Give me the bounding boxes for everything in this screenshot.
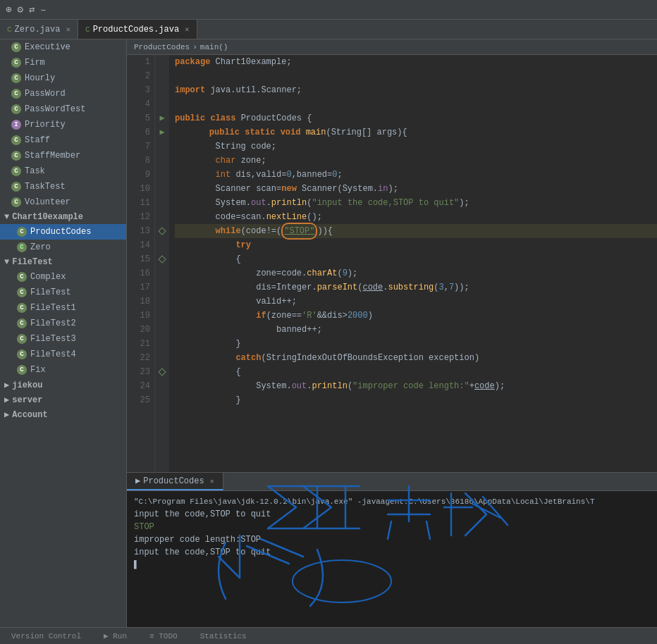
sidebar-item-task[interactable]: C Task	[0, 163, 126, 179]
code-line-21: }	[175, 337, 657, 351]
sidebar-label-filetest3: FileTest3	[30, 334, 76, 344]
folder-icon: ▶	[4, 409, 9, 420]
breadcrumb-class: ProductCodes	[134, 43, 190, 51]
bottom-tab-icon: ▶	[135, 476, 140, 486]
run-button-5[interactable]: ▶	[155, 111, 169, 125]
console-line-3: improper code length:STOP	[134, 533, 650, 546]
sidebar-group-chart10example[interactable]: ▼ Chart10example	[0, 210, 126, 224]
interface-icon: I	[11, 120, 21, 130]
class-icon: C	[11, 182, 21, 192]
console-cursor: ▌	[134, 559, 650, 571]
sidebar-item-fix[interactable]: C Fix	[0, 362, 126, 378]
tab-zero-java[interactable]: C Zero.java ✕	[0, 20, 78, 39]
tab-productcodes-java[interactable]: C ProductCodes.java ✕	[78, 20, 197, 39]
sidebar-label-filetest4: FileTest4	[30, 349, 76, 359]
sidebar-label-passwordtest: PassWordTest	[25, 104, 85, 114]
sidebar-item-passwordtest[interactable]: C PassWordTest	[0, 101, 126, 117]
code-line-5: public class ProductCodes {	[175, 111, 657, 125]
sidebar-item-hourly[interactable]: C Hourly	[0, 70, 126, 86]
diamond-13	[155, 224, 169, 238]
status-tab-statistics[interactable]: Statistics	[195, 628, 252, 644]
code-line-23: {	[175, 365, 657, 379]
code-line-20: banned++;	[175, 323, 657, 337]
java-file-icon: C	[7, 25, 12, 34]
sidebar-item-filetest[interactable]: C FileTest	[0, 285, 126, 300]
class-icon: C	[17, 349, 27, 359]
sidebar-label-password: PassWord	[25, 89, 66, 99]
sidebar-label-priority: Priority	[25, 120, 66, 130]
sidebar-label-volunteer: Volunteer	[25, 197, 70, 207]
sidebar: C Executive C Firm C Hourly C PassWord C…	[0, 39, 127, 627]
console-line-4: input the code,STOP to quit	[134, 546, 650, 559]
sidebar-item-filetest1[interactable]: C FileTest1	[0, 300, 126, 316]
code-editor[interactable]: package Chart10example; import java.util…	[169, 55, 657, 472]
line-numbers: 1 2 3 4 5 6 7 8 9 10 11 12 13 14 15 16 1	[127, 55, 155, 472]
sidebar-item-productcodes[interactable]: C ProductCodes	[0, 224, 126, 240]
code-line-4	[175, 97, 657, 111]
code-line-7: String code;	[175, 140, 657, 154]
code-line-15: {	[175, 252, 657, 266]
status-tab-version-control[interactable]: Version Control	[6, 628, 87, 644]
status-bar: Version Control ▶ Run ≡ TODO Statistics	[0, 627, 657, 644]
sidebar-group-account[interactable]: ▶ Account	[0, 407, 126, 422]
status-tab-todo[interactable]: ≡ TODO	[144, 628, 183, 644]
code-line-16: zone=code.charAt(9);	[175, 266, 657, 280]
sidebar-item-password[interactable]: C PassWord	[0, 86, 126, 101]
code-line-12: code=scan.nextLine();	[175, 210, 657, 224]
sidebar-label-task: Task	[25, 166, 45, 176]
tab-zero-close[interactable]: ✕	[66, 25, 70, 34]
sidebar-label-filetest1: FileTest1	[30, 303, 76, 313]
sidebar-group-server[interactable]: ▶ server	[0, 392, 126, 407]
folder-icon: ▼	[4, 212, 9, 222]
sidebar-item-staff[interactable]: C Staff	[0, 132, 126, 148]
tab-productcodes-close[interactable]: ✕	[185, 25, 190, 34]
editor-content: 1 2 3 4 5 6 7 8 9 10 11 12 13 14 15 16 1	[127, 55, 657, 472]
sidebar-label-fix: Fix	[30, 365, 46, 375]
console-command-line: "C:\Program Files\java\jdk-12.0.2\bin\ja…	[134, 495, 650, 508]
sidebar-item-executive[interactable]: C Executive	[0, 39, 126, 55]
class-icon: C	[17, 227, 27, 237]
class-icon: C	[11, 58, 21, 68]
bottom-tab-close[interactable]: ✕	[210, 477, 214, 485]
code-line-3: import java.util.Scanner;	[175, 83, 657, 97]
sidebar-item-volunteer[interactable]: C Volunteer	[0, 194, 126, 210]
sidebar-item-firm[interactable]: C Firm	[0, 55, 126, 70]
sidebar-item-filetest3[interactable]: C FileTest3	[0, 331, 126, 347]
sidebar-label-tasktest: TaskTest	[25, 182, 66, 192]
class-icon: C	[17, 303, 27, 313]
run-gutter: ▶ ▶	[155, 55, 169, 472]
status-tab-run[interactable]: ▶ Run	[98, 628, 133, 644]
content-area: C Executive C Firm C Hourly C PassWord C…	[0, 39, 657, 627]
sidebar-item-tasktest[interactable]: C TaskTest	[0, 179, 126, 194]
sidebar-group-filetest[interactable]: ▼ FileTest	[0, 255, 126, 269]
code-line-17: dis=Integer.parseInt(code.substring(3,7)…	[175, 280, 657, 295]
breadcrumb: ProductCodes › main()	[127, 39, 657, 55]
sidebar-item-filetest4[interactable]: C FileTest4	[0, 347, 126, 362]
class-icon: C	[11, 166, 21, 176]
sidebar-label-staffmember: StaffMember	[25, 151, 80, 161]
sidebar-item-complex[interactable]: C Complex	[0, 269, 126, 285]
settings-icon[interactable]: ⚙	[17, 4, 23, 16]
status-tab-run-label: ▶ Run	[104, 631, 127, 640]
sidebar-item-filetest2[interactable]: C FileTest2	[0, 316, 126, 331]
class-icon: C	[11, 104, 21, 114]
status-tab-vc-label: Version Control	[11, 632, 81, 640]
class-icon: C	[17, 365, 27, 375]
tab-productcodes-label: ProductCodes.java	[93, 25, 179, 35]
breadcrumb-arrow: ›	[192, 43, 197, 51]
split-icon[interactable]: ⇄	[29, 4, 35, 16]
sidebar-item-priority[interactable]: I Priority	[0, 117, 126, 132]
sidebar-label-staff: Staff	[25, 135, 50, 145]
sidebar-label-executive: Executive	[25, 42, 70, 52]
minimize-icon[interactable]: –	[40, 4, 46, 16]
bottom-tab-productcodes[interactable]: ▶ ProductCodes ✕	[127, 473, 223, 490]
sidebar-group-filetest-label: FileTest	[12, 257, 53, 267]
class-icon: C	[11, 89, 21, 99]
sidebar-item-zero[interactable]: C Zero	[0, 240, 126, 255]
sidebar-group-jiekou[interactable]: ▶ jiekou	[0, 378, 126, 392]
class-icon: C	[17, 318, 27, 328]
sidebar-item-staffmember[interactable]: C StaffMember	[0, 148, 126, 163]
run-button-6[interactable]: ▶	[155, 125, 169, 140]
bottom-panel: ▶ ProductCodes ✕ "C:\Program Files\java\…	[127, 472, 657, 627]
sidebar-group-jiekou-label: jiekou	[12, 380, 42, 390]
